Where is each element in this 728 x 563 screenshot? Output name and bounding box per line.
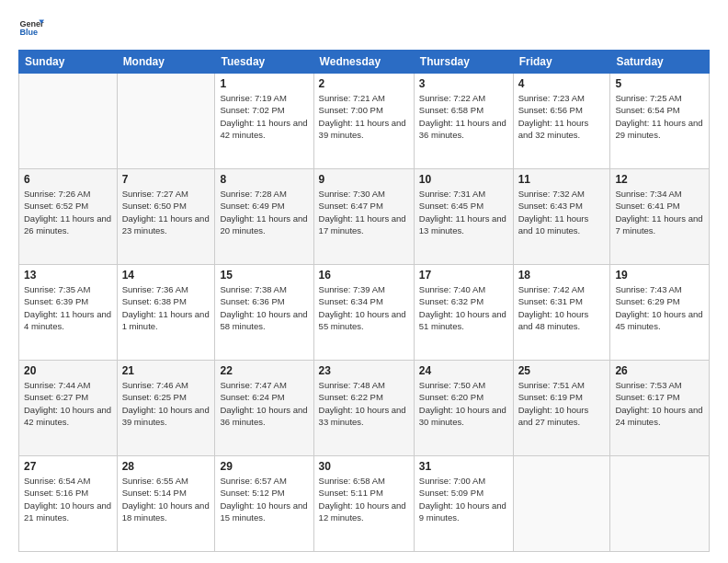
day-info: Sunrise: 7:36 AM Sunset: 6:38 PM Dayligh… (122, 283, 210, 332)
day-info: Sunrise: 7:51 AM Sunset: 6:19 PM Dayligh… (518, 379, 606, 428)
page-header: General Blue (18, 15, 710, 40)
day-info: Sunrise: 7:42 AM Sunset: 6:31 PM Dayligh… (518, 283, 606, 332)
day-info: Sunrise: 6:55 AM Sunset: 5:14 PM Dayligh… (122, 475, 210, 523)
day-number: 23 (319, 364, 409, 377)
day-info: Sunrise: 7:34 AM Sunset: 6:41 PM Dayligh… (615, 188, 704, 236)
calendar-cell: 10Sunrise: 7:31 AM Sunset: 6:45 PM Dayli… (414, 169, 513, 265)
day-info: Sunrise: 6:58 AM Sunset: 5:11 PM Dayligh… (319, 475, 409, 523)
day-number: 27 (24, 460, 112, 473)
calendar-cell: 2Sunrise: 7:21 AM Sunset: 7:00 PM Daylig… (313, 74, 414, 169)
day-number: 11 (518, 173, 606, 186)
day-number: 24 (419, 364, 508, 377)
day-number: 8 (220, 173, 308, 186)
week-row-3: 13Sunrise: 7:35 AM Sunset: 6:39 PM Dayli… (19, 265, 710, 361)
day-info: Sunrise: 7:44 AM Sunset: 6:27 PM Dayligh… (24, 379, 112, 428)
week-row-4: 20Sunrise: 7:44 AM Sunset: 6:27 PM Dayli… (19, 361, 710, 456)
day-info: Sunrise: 7:31 AM Sunset: 6:45 PM Dayligh… (419, 188, 508, 236)
calendar-cell (19, 74, 118, 169)
calendar-cell: 11Sunrise: 7:32 AM Sunset: 6:43 PM Dayli… (513, 169, 610, 265)
day-number: 12 (615, 173, 704, 186)
day-number: 9 (319, 173, 409, 186)
col-header-saturday: Saturday (610, 51, 710, 74)
col-header-tuesday: Tuesday (215, 51, 313, 74)
day-info: Sunrise: 7:21 AM Sunset: 7:00 PM Dayligh… (319, 92, 409, 141)
calendar-cell: 15Sunrise: 7:38 AM Sunset: 6:36 PM Dayli… (215, 265, 313, 361)
day-number: 19 (615, 269, 704, 282)
day-number: 16 (319, 269, 409, 282)
day-info: Sunrise: 7:39 AM Sunset: 6:34 PM Dayligh… (319, 283, 409, 332)
day-number: 7 (122, 173, 210, 186)
day-info: Sunrise: 7:40 AM Sunset: 6:32 PM Dayligh… (419, 283, 508, 332)
day-info: Sunrise: 7:38 AM Sunset: 6:36 PM Dayligh… (220, 283, 308, 332)
day-number: 29 (220, 460, 308, 473)
day-number: 4 (518, 77, 606, 90)
week-row-2: 6Sunrise: 7:26 AM Sunset: 6:52 PM Daylig… (19, 169, 710, 265)
day-number: 26 (615, 364, 704, 377)
day-number: 22 (220, 364, 308, 377)
col-header-wednesday: Wednesday (313, 51, 414, 74)
day-info: Sunrise: 7:30 AM Sunset: 6:47 PM Dayligh… (319, 188, 409, 236)
calendar-cell: 29Sunrise: 6:57 AM Sunset: 5:12 PM Dayli… (215, 456, 313, 552)
col-header-monday: Monday (117, 51, 215, 74)
calendar-cell: 4Sunrise: 7:23 AM Sunset: 6:56 PM Daylig… (513, 74, 610, 169)
calendar-cell (610, 456, 710, 552)
calendar-cell: 26Sunrise: 7:53 AM Sunset: 6:17 PM Dayli… (610, 361, 710, 456)
calendar-cell: 28Sunrise: 6:55 AM Sunset: 5:14 PM Dayli… (117, 456, 215, 552)
svg-text:Blue: Blue (19, 28, 38, 37)
calendar-cell: 9Sunrise: 7:30 AM Sunset: 6:47 PM Daylig… (313, 169, 414, 265)
day-number: 30 (319, 460, 409, 473)
calendar-cell (117, 74, 215, 169)
week-row-1: 1Sunrise: 7:19 AM Sunset: 7:02 PM Daylig… (19, 74, 710, 169)
day-info: Sunrise: 6:54 AM Sunset: 5:16 PM Dayligh… (24, 475, 112, 523)
calendar-cell: 7Sunrise: 7:27 AM Sunset: 6:50 PM Daylig… (117, 169, 215, 265)
day-info: Sunrise: 7:50 AM Sunset: 6:20 PM Dayligh… (419, 379, 508, 428)
day-info: Sunrise: 6:57 AM Sunset: 5:12 PM Dayligh… (220, 475, 308, 523)
day-number: 5 (615, 77, 704, 90)
day-info: Sunrise: 7:23 AM Sunset: 6:56 PM Dayligh… (518, 92, 606, 141)
day-info: Sunrise: 7:48 AM Sunset: 6:22 PM Dayligh… (319, 379, 409, 428)
calendar-cell: 23Sunrise: 7:48 AM Sunset: 6:22 PM Dayli… (313, 361, 414, 456)
calendar-cell: 22Sunrise: 7:47 AM Sunset: 6:24 PM Dayli… (215, 361, 313, 456)
calendar-cell: 13Sunrise: 7:35 AM Sunset: 6:39 PM Dayli… (19, 265, 118, 361)
day-info: Sunrise: 7:47 AM Sunset: 6:24 PM Dayligh… (220, 379, 308, 428)
calendar-cell: 5Sunrise: 7:25 AM Sunset: 6:54 PM Daylig… (610, 74, 710, 169)
day-number: 21 (122, 364, 210, 377)
day-number: 3 (419, 77, 508, 90)
calendar-cell: 21Sunrise: 7:46 AM Sunset: 6:25 PM Dayli… (117, 361, 215, 456)
day-info: Sunrise: 7:43 AM Sunset: 6:29 PM Dayligh… (615, 283, 704, 332)
calendar-table: SundayMondayTuesdayWednesdayThursdayFrid… (18, 50, 710, 552)
day-info: Sunrise: 7:35 AM Sunset: 6:39 PM Dayligh… (24, 283, 112, 332)
calendar-cell: 19Sunrise: 7:43 AM Sunset: 6:29 PM Dayli… (610, 265, 710, 361)
logo: General Blue (18, 15, 48, 40)
day-number: 28 (122, 460, 210, 473)
calendar-cell: 18Sunrise: 7:42 AM Sunset: 6:31 PM Dayli… (513, 265, 610, 361)
day-number: 1 (220, 77, 308, 90)
day-number: 15 (220, 269, 308, 282)
day-number: 17 (419, 269, 508, 282)
day-number: 25 (518, 364, 606, 377)
calendar-cell: 20Sunrise: 7:44 AM Sunset: 6:27 PM Dayli… (19, 361, 118, 456)
calendar-cell: 27Sunrise: 6:54 AM Sunset: 5:16 PM Dayli… (19, 456, 118, 552)
calendar-cell: 8Sunrise: 7:28 AM Sunset: 6:49 PM Daylig… (215, 169, 313, 265)
calendar-cell: 12Sunrise: 7:34 AM Sunset: 6:41 PM Dayli… (610, 169, 710, 265)
calendar-cell (513, 456, 610, 552)
calendar-cell: 14Sunrise: 7:36 AM Sunset: 6:38 PM Dayli… (117, 265, 215, 361)
calendar-cell: 30Sunrise: 6:58 AM Sunset: 5:11 PM Dayli… (313, 456, 414, 552)
day-info: Sunrise: 7:27 AM Sunset: 6:50 PM Dayligh… (122, 188, 210, 236)
day-number: 20 (24, 364, 112, 377)
calendar-cell: 1Sunrise: 7:19 AM Sunset: 7:02 PM Daylig… (215, 74, 313, 169)
calendar-cell: 3Sunrise: 7:22 AM Sunset: 6:58 PM Daylig… (414, 74, 513, 169)
day-info: Sunrise: 7:22 AM Sunset: 6:58 PM Dayligh… (419, 92, 508, 141)
col-header-sunday: Sunday (19, 51, 118, 74)
day-info: Sunrise: 7:32 AM Sunset: 6:43 PM Dayligh… (518, 188, 606, 236)
day-number: 18 (518, 269, 606, 282)
calendar-cell: 31Sunrise: 7:00 AM Sunset: 5:09 PM Dayli… (414, 456, 513, 552)
week-row-5: 27Sunrise: 6:54 AM Sunset: 5:16 PM Dayli… (19, 456, 710, 552)
calendar-cell: 6Sunrise: 7:26 AM Sunset: 6:52 PM Daylig… (19, 169, 118, 265)
day-number: 13 (24, 269, 112, 282)
calendar-body: 1Sunrise: 7:19 AM Sunset: 7:02 PM Daylig… (19, 74, 710, 552)
day-number: 10 (419, 173, 508, 186)
day-info: Sunrise: 7:46 AM Sunset: 6:25 PM Dayligh… (122, 379, 210, 428)
day-info: Sunrise: 7:19 AM Sunset: 7:02 PM Dayligh… (220, 92, 308, 141)
calendar-header-row: SundayMondayTuesdayWednesdayThursdayFrid… (19, 51, 710, 74)
